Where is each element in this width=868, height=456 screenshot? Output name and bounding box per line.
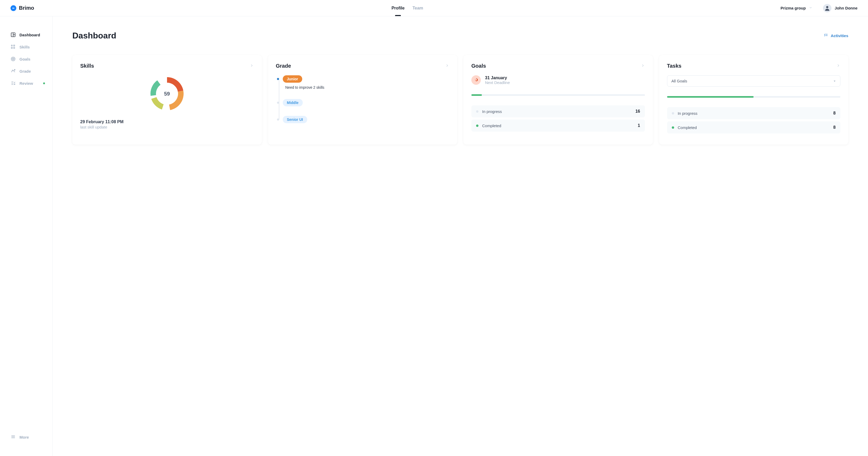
status-label: In progress [482,109,502,114]
grade-item-senior: Senior UI [277,116,450,123]
menu-icon [10,434,16,440]
sidebar-item-label: Grade [20,69,31,74]
donut-center-value: 59 [164,91,170,97]
status-label: In progress [678,111,698,116]
timeline-dot [277,102,279,104]
flame-icon [471,75,481,85]
status-count: 16 [636,109,640,114]
deadline-label: Next Deadline [485,80,510,85]
nav-tabs: Profile Team [392,0,423,16]
card-grade[interactable]: Grade Junior Need to improve 2 skills [268,55,457,145]
user-menu[interactable]: John Donne [823,4,858,12]
svg-point-9 [12,58,14,60]
sidebar-item-label: Skills [20,45,30,49]
grade-icon [10,68,16,74]
card-title: Skills [80,63,94,69]
card-skills[interactable]: Skills 59 29 February 11:08 PM last skil… [72,55,262,145]
card-title: Grade [276,63,291,69]
deadline-date: 31 January [485,76,510,80]
tasks-progress-bar [667,96,841,98]
tasks-goal-select[interactable]: All Goals [667,75,841,87]
logo-icon [10,5,16,11]
svg-point-8 [11,57,15,61]
avatar [823,4,831,12]
status-count: 1 [638,123,640,128]
status-dot [672,112,674,115]
svg-marker-22 [834,81,836,82]
chevron-right-icon [250,63,254,69]
grade-pill: Junior [283,75,303,83]
svg-point-11 [14,69,15,70]
grade-item-middle: Middle [277,99,450,106]
status-completed: Completed 8 [667,121,841,134]
progress-fill [471,94,482,96]
grade-sub-text: Need to improve 2 skills [285,85,324,89]
sidebar: Dashboard Skills Goals Grade [0,16,53,456]
caret-down-icon [833,79,836,83]
tab-profile[interactable]: Profile [392,0,405,16]
activities-label: Activities [831,33,848,38]
dashboard-icon [10,32,16,37]
status-dot [476,110,478,113]
user-name: John Donne [835,6,858,10]
logo[interactable]: Brimo [10,5,34,11]
sidebar-item-review[interactable]: Review [0,78,52,88]
app-header: Brimo Profile Team Prizma group John Don… [0,0,868,16]
page-title: Dashboard [72,31,116,40]
checklist-icon [824,33,828,38]
card-header: Goals [471,63,645,69]
svg-rect-7 [14,48,15,49]
card-header: Tasks [667,63,841,69]
status-count: 8 [833,125,836,130]
sidebar-item-grade[interactable]: Grade [0,66,52,76]
card-tasks[interactable]: Tasks All Goals In [659,55,848,145]
status-label: Completed [678,125,697,130]
tab-label: Profile [392,6,405,10]
status-completed: Completed 1 [471,119,645,132]
progress-fill [667,96,754,98]
card-header: Grade [276,63,450,69]
card-header: Skills [80,63,254,69]
status-in-progress: In progress 16 [471,105,645,117]
sidebar-item-label: Goals [20,57,31,61]
status-dot [476,124,478,127]
goals-progress-bar [471,94,645,96]
card-goals[interactable]: Goals 31 January Next Deadline [463,55,653,145]
sidebar-item-dashboard[interactable]: Dashboard [0,29,52,40]
goals-icon [10,56,16,62]
group-label: Prizma group [780,6,806,10]
grade-pill: Middle [283,99,303,106]
grade-list: Junior Need to improve 2 skills Middle [276,75,450,123]
select-label: All Goals [672,79,687,83]
skills-icon [10,44,16,50]
sidebar-item-label: Review [20,81,33,86]
main-header: Dashboard Activities [72,31,848,40]
chevron-down-icon [809,6,812,10]
status-dot [43,82,45,84]
tab-team[interactable]: Team [412,0,423,16]
sidebar-items: Dashboard Skills Goals Grade [0,29,52,88]
deadline-block: 31 January Next Deadline [471,75,645,85]
svg-rect-6 [11,48,12,49]
logo-text: Brimo [19,5,34,11]
status-in-progress: In progress 8 [667,107,841,119]
sidebar-item-goals[interactable]: Goals [0,54,52,64]
svg-rect-5 [14,45,15,46]
svg-point-10 [13,59,14,59]
timeline-dot [277,118,279,121]
cards-row: Skills 59 29 February 11:08 PM last skil… [72,55,848,145]
status-dot [672,126,674,129]
main-content: Dashboard Activities Skills [53,16,868,456]
card-title: Tasks [667,63,682,69]
group-select[interactable]: Prizma group [780,6,812,10]
sidebar-more[interactable]: More [0,431,52,443]
activities-button[interactable]: Activities [824,33,848,38]
sidebar-item-skills[interactable]: Skills [0,41,52,52]
timeline-dot [277,78,279,80]
grade-pill: Senior UI [283,116,307,123]
header-right: Prizma group John Donne [780,4,858,12]
svg-point-4 [11,45,12,46]
skills-sub-label: last skill update [80,125,254,129]
status-label: Completed [482,123,501,128]
card-title: Goals [471,63,486,69]
